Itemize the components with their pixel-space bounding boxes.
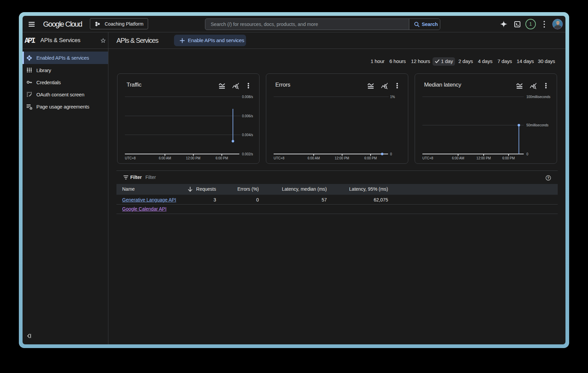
svg-text:0.008/s: 0.008/s [242, 95, 253, 99]
svg-text:?: ? [547, 176, 549, 180]
svg-text:6:00 PM: 6:00 PM [215, 156, 228, 160]
svg-text:6:00 AM: 6:00 AM [308, 156, 320, 160]
svg-text:6:00 PM: 6:00 PM [502, 156, 515, 160]
svg-text:12:00 PM: 12:00 PM [335, 156, 349, 160]
svg-text:UTC+8: UTC+8 [125, 156, 136, 160]
svg-text:UTC+8: UTC+8 [422, 156, 433, 160]
svg-text:50milliseconds: 50milliseconds [526, 123, 549, 127]
svg-text:0.006/s: 0.006/s [242, 114, 253, 118]
svg-text:100milliseconds: 100milliseconds [526, 95, 550, 99]
svg-text:0.004/s: 0.004/s [242, 133, 253, 137]
svg-text:6:00 PM: 6:00 PM [364, 156, 377, 160]
svg-text:UTC+8: UTC+8 [274, 156, 284, 160]
svg-text:6:00 AM: 6:00 AM [452, 156, 464, 160]
svg-text:0: 0 [526, 152, 528, 156]
svg-text:0: 0 [390, 152, 392, 156]
svg-text:0.002/s: 0.002/s [242, 152, 253, 156]
svg-text:12:00 PM: 12:00 PM [477, 156, 491, 160]
svg-text:1%: 1% [390, 95, 395, 99]
svg-text:12:00 PM: 12:00 PM [186, 156, 201, 160]
svg-text:6:00 AM: 6:00 AM [159, 156, 171, 160]
